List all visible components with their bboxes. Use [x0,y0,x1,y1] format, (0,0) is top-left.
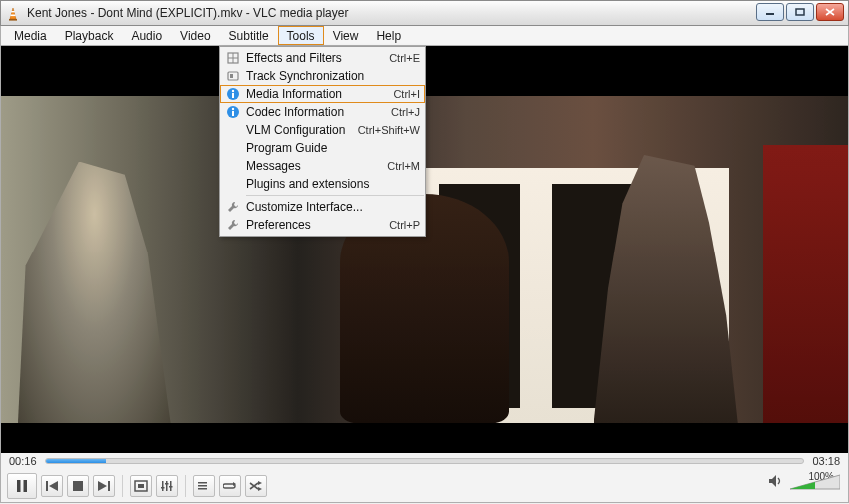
sync-icon [220,67,246,85]
svg-marker-36 [769,475,776,487]
playlist-button[interactable] [193,475,215,497]
time-total: 03:18 [812,455,840,467]
svg-rect-10 [232,93,234,98]
menu-item-label: Customize Interface... [246,200,420,214]
maximize-button[interactable] [786,3,814,21]
separator [122,475,123,497]
menu-item-shortcut: Ctrl+E [389,52,420,64]
wrench-icon [220,198,246,216]
menu-item-label: Messages [246,159,387,173]
menu-item-media-information[interactable]: Media InformationCtrl+I [220,85,425,103]
menu-item-shortcut: Ctrl+I [393,88,420,100]
blank-icon [220,157,246,175]
menu-item-label: Program Guide [246,141,420,155]
svg-rect-3 [9,19,17,21]
minimize-button[interactable] [756,3,784,21]
svg-rect-31 [198,485,207,487]
blank-icon [220,139,246,157]
window-title: Kent Jones - Dont Mind (EXPLICIT).mkv - … [27,6,348,20]
menu-item-label: Codec Information [246,105,391,119]
volume-slider[interactable] [790,473,840,491]
blank-icon [220,175,246,193]
svg-point-11 [232,90,234,92]
svg-rect-16 [24,480,28,492]
menu-item-label: Preferences [246,218,389,232]
menu-help[interactable]: Help [367,26,410,45]
info-icon [220,85,246,103]
menu-view[interactable]: View [324,26,368,45]
tools-menu-dropdown: Effects and FiltersCtrl+ETrack Synchroni… [219,46,426,237]
svg-rect-4 [766,13,774,15]
menu-item-vlm-configuration[interactable]: VLM ConfigurationCtrl+Shift+W [220,121,425,139]
play-pause-button[interactable] [7,473,37,499]
menu-item-label: Media Information [246,87,393,101]
svg-rect-17 [46,481,48,491]
menu-item-codec-information[interactable]: Codec InformationCtrl+J [220,103,425,121]
menu-item-label: Plugins and extensions [246,177,420,191]
previous-button[interactable] [41,475,63,497]
svg-marker-0 [10,8,16,19]
vlc-cone-icon [5,5,21,21]
shuffle-button[interactable] [245,475,267,497]
menu-playback[interactable]: Playback [56,26,123,45]
svg-rect-24 [162,481,164,491]
menu-item-label: Effects and Filters [246,51,389,65]
svg-rect-28 [165,483,169,485]
svg-rect-32 [198,488,207,490]
svg-marker-35 [258,487,262,491]
svg-rect-27 [161,487,165,489]
menu-item-messages[interactable]: MessagesCtrl+M [220,157,425,175]
svg-rect-2 [10,15,15,17]
effects-icon [220,49,246,67]
time-elapsed: 00:16 [9,455,37,467]
svg-rect-1 [11,11,15,12]
playback-controls: 100% [0,469,849,503]
svg-rect-19 [73,481,83,491]
svg-rect-30 [198,482,207,484]
svg-marker-18 [49,481,58,491]
menu-video[interactable]: Video [171,26,219,45]
menu-item-shortcut: Ctrl+P [389,219,420,231]
svg-rect-23 [138,484,144,488]
svg-rect-25 [166,481,168,491]
menu-item-label: Track Synchronization [246,69,420,83]
svg-rect-21 [108,481,110,491]
next-button[interactable] [93,475,115,497]
menu-item-preferences[interactable]: PreferencesCtrl+P [220,216,425,234]
stop-button[interactable] [67,475,89,497]
menu-item-shortcut: Ctrl+M [387,160,420,172]
svg-point-14 [232,108,234,110]
seek-row: 00:16 03:18 [0,453,849,469]
menu-audio[interactable]: Audio [122,26,171,45]
extended-settings-button[interactable] [156,475,178,497]
menu-item-customize-interface[interactable]: Customize Interface... [220,198,425,216]
menu-item-plugins-and-extensions[interactable]: Plugins and extensions [220,175,425,193]
menu-bar: MediaPlaybackAudioVideoSubtitleToolsView… [0,26,849,46]
fullscreen-button[interactable] [130,475,152,497]
menu-tools[interactable]: Tools [278,26,324,45]
menu-item-program-guide[interactable]: Program Guide [220,139,425,157]
menu-separator [246,195,424,196]
window-titlebar: Kent Jones - Dont Mind (EXPLICIT).mkv - … [0,0,849,26]
menu-item-shortcut: Ctrl+Shift+W [358,124,420,136]
menu-item-shortcut: Ctrl+J [391,106,420,118]
svg-marker-34 [258,481,262,485]
svg-rect-5 [796,9,804,15]
seek-bar[interactable] [45,458,805,464]
speaker-icon[interactable] [768,474,784,491]
svg-rect-29 [169,486,173,488]
svg-marker-20 [98,481,107,491]
loop-button[interactable] [219,475,241,497]
menu-media[interactable]: Media [5,26,56,45]
menu-item-track-synchronization[interactable]: Track Synchronization [220,67,425,85]
svg-rect-13 [232,111,234,116]
blank-icon [220,121,246,139]
separator [185,475,186,497]
info-icon [220,103,246,121]
menu-subtitle[interactable]: Subtitle [220,26,278,45]
seek-fill [46,459,107,463]
menu-item-effects-and-filters[interactable]: Effects and FiltersCtrl+E [220,49,425,67]
svg-rect-15 [17,480,21,492]
menu-item-label: VLM Configuration [246,123,358,137]
close-button[interactable] [816,3,844,21]
